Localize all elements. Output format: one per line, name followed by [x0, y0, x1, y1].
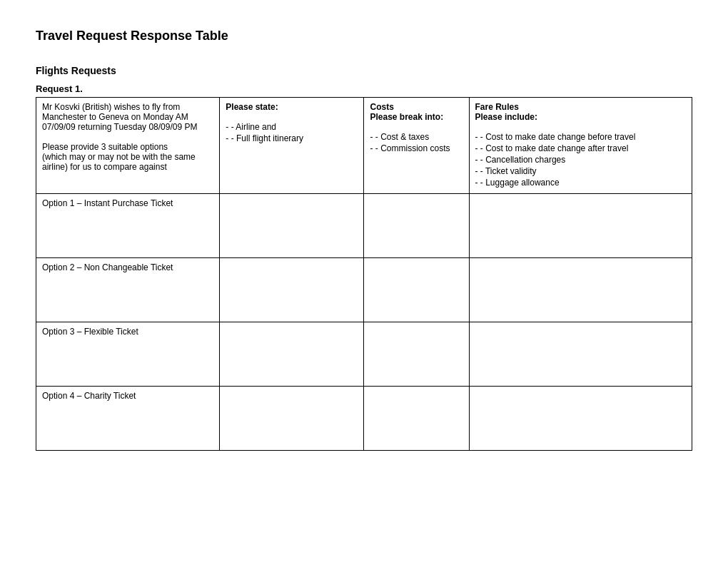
- header-col3-sub: Please break into:: [370, 112, 443, 122]
- option-row-2: Option 2 – Non Changeable Ticket: [36, 258, 692, 322]
- option-4-state: [220, 387, 364, 451]
- option-1-label: Option 1 – Instant Purchase Ticket: [36, 194, 220, 258]
- option-2-label: Option 2 – Non Changeable Ticket: [36, 258, 220, 322]
- option-3-state: [220, 322, 364, 387]
- list-item: - Airline and: [226, 122, 358, 132]
- header-col4-sub: Please include:: [475, 112, 537, 122]
- header-col3: Costs Please break into: - Cost & taxes …: [364, 98, 469, 194]
- list-item: - Cost to make date change before travel: [475, 132, 686, 142]
- section-title: Flights Requests: [36, 65, 692, 76]
- option-2-state: [220, 258, 364, 322]
- page-title: Travel Request Response Table: [36, 29, 692, 44]
- option-2-fare: [469, 258, 692, 322]
- option-3-fare: [469, 322, 692, 387]
- header-col4-label: Fare Rules: [475, 102, 519, 112]
- option-3-costs: [364, 322, 469, 387]
- option-row-4: Option 4 – Charity Ticket: [36, 387, 692, 451]
- header-col2-list: - Airline and - Full flight itinerary: [226, 122, 358, 143]
- option-row-3: Option 3 – Flexible Ticket: [36, 322, 692, 387]
- option-1-fare: [469, 194, 692, 258]
- travel-request-table: Mr Kosvki (British) wishes to fly from M…: [36, 97, 692, 451]
- header-col4: Fare Rules Please include: - Cost to mak…: [469, 98, 692, 194]
- header-col2: Please state: - Airline and - Full fligh…: [220, 98, 364, 194]
- list-item: - Ticket validity: [475, 166, 686, 176]
- list-item: - Cost & taxes: [370, 132, 462, 142]
- option-1-costs: [364, 194, 469, 258]
- option-1-state: [220, 194, 364, 258]
- option-row-1: Option 1 – Instant Purchase Ticket: [36, 194, 692, 258]
- header-col3-label: Costs: [370, 102, 393, 112]
- option-2-costs: [364, 258, 469, 322]
- header-col2-label: Please state:: [226, 102, 278, 112]
- list-item: - Luggage allowance: [475, 178, 686, 188]
- header-col1-text: Mr Kosvki (British) wishes to fly from M…: [42, 102, 197, 172]
- header-col1: Mr Kosvki (British) wishes to fly from M…: [36, 98, 220, 194]
- option-3-label: Option 3 – Flexible Ticket: [36, 322, 220, 387]
- option-4-costs: [364, 387, 469, 451]
- header-col3-list: - Cost & taxes - Commission costs: [370, 132, 462, 153]
- list-item: - Cancellation charges: [475, 155, 686, 165]
- list-item: - Commission costs: [370, 143, 462, 153]
- option-4-fare: [469, 387, 692, 451]
- list-item: - Cost to make date change after travel: [475, 143, 686, 153]
- request-label: Request 1.: [36, 83, 692, 94]
- header-col4-list: - Cost to make date change before travel…: [475, 132, 686, 188]
- header-row: Mr Kosvki (British) wishes to fly from M…: [36, 98, 692, 194]
- list-item: - Full flight itinerary: [226, 133, 358, 143]
- option-4-label: Option 4 – Charity Ticket: [36, 387, 220, 451]
